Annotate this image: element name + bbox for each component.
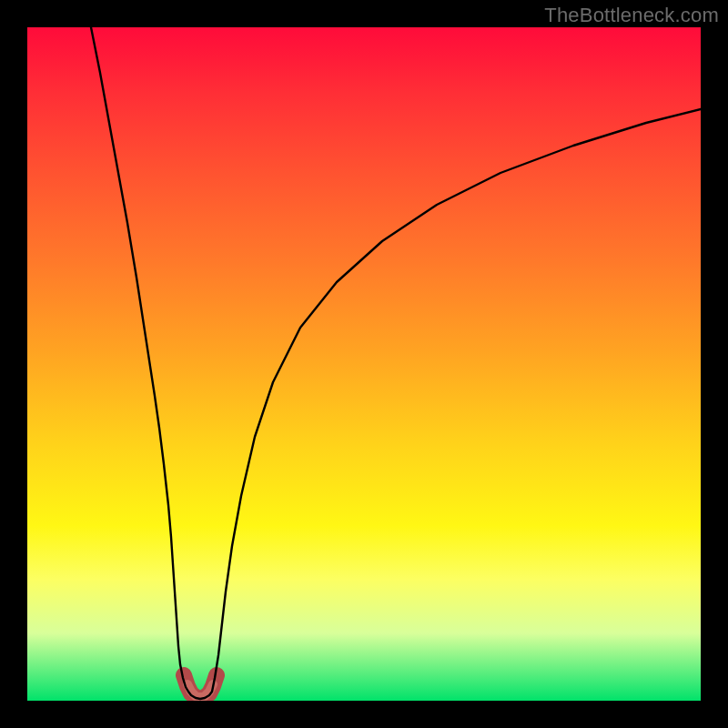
- plot-area: [27, 27, 701, 701]
- curve-path: [91, 27, 701, 699]
- watermark-text: TheBottleneck.com: [544, 4, 719, 27]
- curve-svg: [27, 27, 701, 701]
- chart-frame: TheBottleneck.com: [0, 0, 728, 728]
